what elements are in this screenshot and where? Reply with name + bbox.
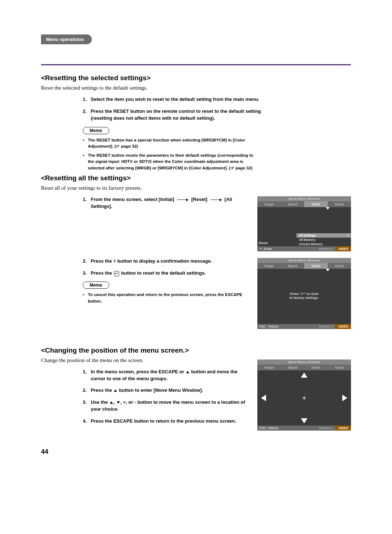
triangle-down-icon: [117, 401, 120, 404]
page-number: 44: [41, 448, 392, 456]
osd-foot-mid: Memory 4: [317, 246, 336, 251]
memo-item: The RESET button has a special function …: [83, 137, 257, 150]
step-item: 2. Press the button to enter [Move Menu …: [83, 387, 250, 394]
step-item: 3. Press the ↵ button to reset to the de…: [83, 270, 250, 277]
arrow-icon: [211, 200, 221, 200]
memo-item: To cancel this operation and return to t…: [83, 292, 250, 304]
divider: [41, 64, 351, 65]
osd-option-selected: All Settings+: [297, 233, 351, 238]
osd-tab: Signal: [281, 365, 305, 370]
osd-title: Move Menu Window: [257, 258, 351, 263]
osd-foot-mid: Memory 1: [317, 426, 336, 431]
memo-badge: Memo: [83, 282, 109, 289]
osd-option: Current Memory: [297, 242, 351, 246]
arrow-down-icon: [301, 418, 307, 423]
osd-hint: Press "↵" to resetto factory settings.: [290, 292, 319, 300]
triangle-up-icon: [114, 389, 117, 392]
step-text: From the menu screen, select [Initial] […: [91, 196, 250, 210]
osd-foot-right: VIDEO: [336, 246, 351, 251]
osd-tab: Setup: [328, 263, 351, 269]
section-title: <Resetting the selected settings>: [41, 74, 351, 82]
osd-foot-left: ESC : Return: [257, 426, 317, 431]
section-title: <Changing the position of the menu scree…: [41, 346, 250, 354]
section-intro: Change the position of the menu on the s…: [41, 357, 250, 363]
osd-title: Move Menu Window: [257, 196, 351, 201]
step-item: 1.Select the item you wish to reset to t…: [83, 96, 268, 103]
osd-screenshot-move: Move Menu Window Image Signal Initial Se…: [257, 360, 351, 431]
triangle-up-icon: [186, 371, 189, 373]
step-text: In the menu screen, press the ESCAPE or …: [91, 369, 250, 382]
osd-tab-active: Initial: [304, 201, 328, 207]
osd-side-label: Reset: [259, 241, 268, 245]
step-item: 1. In the menu screen, press the ESCAPE …: [83, 369, 250, 382]
step-item: 4.Press the ESCAPE button to return to t…: [83, 418, 250, 425]
pointer-icon: [326, 269, 330, 271]
step-text: Select the item you wish to reset to the…: [91, 96, 259, 103]
osd-title: Move Menu Window: [257, 360, 351, 365]
section-tab: Menu operations: [41, 34, 392, 44]
step-text: Press the ↵ button to reset to the defau…: [91, 270, 206, 277]
osd-foot-left: + : Enter: [257, 246, 317, 251]
section-intro: Reset the selected settings to the defau…: [41, 85, 351, 91]
section-intro: Reset all of your settings to its factor…: [41, 185, 351, 191]
memo-badge: Memo: [83, 127, 109, 134]
triangle-up-icon: [110, 401, 113, 404]
osd-foot-right: VIDEO: [336, 426, 351, 431]
osd-foot-right: VIDEO: [336, 324, 351, 329]
osd-tab: Setup: [328, 365, 351, 370]
arrow-up-icon: [301, 373, 307, 378]
step-item: 3. Use the , , +, or - button to move th…: [83, 399, 250, 413]
osd-option: All Memory: [297, 238, 351, 242]
section-title: <Resetting all the settings>: [41, 174, 351, 182]
enter-icon: ↵: [114, 271, 119, 276]
memo-item: The RESET button resets the parameters t…: [83, 152, 257, 171]
arrow-icon: [177, 200, 188, 200]
step-item: 2.Press the + button to display a confir…: [83, 258, 250, 265]
osd-foot-left: ESC : Return: [257, 324, 317, 329]
osd-tab: Image: [257, 201, 281, 207]
arrow-right-icon: [342, 395, 347, 401]
step-text: Use the , , +, or - button to move the m…: [91, 399, 250, 413]
osd-tab: Initial: [304, 365, 328, 370]
step-text: Press the + button to display a confirma…: [91, 258, 212, 265]
tab-label: Menu operations: [41, 34, 92, 44]
osd-screenshot-reset: Move Menu Window Image Signal Initial Se…: [257, 196, 351, 251]
arrow-left-icon: [261, 395, 266, 401]
osd-tab: Image: [257, 365, 281, 370]
step-item: 2.Press the RESET button on the remote c…: [83, 108, 268, 122]
osd-tab-active: Initial: [304, 263, 328, 269]
osd-tab: Setup: [328, 201, 351, 207]
osd-tab: Image: [257, 263, 281, 269]
osd-screenshot-confirm: Move Menu Window Image Signal Initial Se…: [257, 258, 351, 329]
step-text: Press the ESCAPE button to return to the…: [91, 418, 236, 425]
osd-tab: Signal: [281, 201, 305, 207]
pointer-icon: [326, 207, 330, 210]
osd-foot-mid: Memory 4: [317, 324, 336, 329]
step-item: 1. From the menu screen, select [Initial…: [83, 196, 250, 210]
step-text: Press the button to enter [Move Menu Win…: [91, 387, 203, 394]
osd-tab: Signal: [281, 263, 305, 269]
plus-icon: +: [302, 394, 306, 402]
step-text: Press the RESET button on the remote con…: [91, 108, 268, 122]
